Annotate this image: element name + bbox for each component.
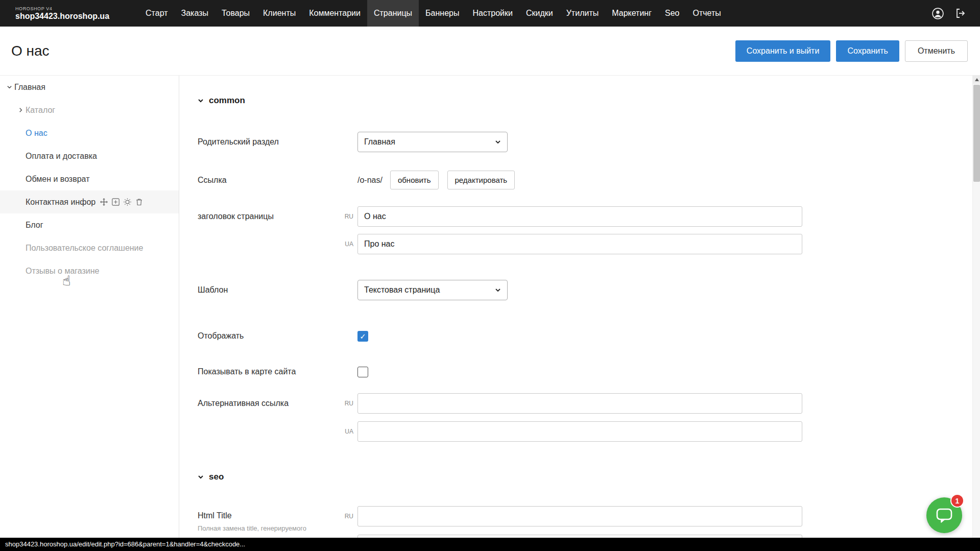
chevron-down-icon[interactable] (4, 84, 14, 90)
trash-icon[interactable] (135, 198, 143, 206)
sidebar-item-label: Отзывы о магазине (26, 267, 100, 276)
lang-ru-badge: RU (340, 213, 353, 220)
logout-icon[interactable] (954, 7, 967, 19)
topnav-item-utilities[interactable]: Утилиты (560, 0, 606, 27)
chevron-down-icon (495, 287, 501, 293)
chevron-down-icon (198, 474, 204, 480)
select-value: Главная (364, 137, 395, 147)
alt-link-ua-input[interactable] (357, 421, 802, 442)
section-common-toggle[interactable]: common (198, 95, 980, 106)
template-label: Шаблон (198, 280, 357, 300)
html-title-label: Html Title (198, 511, 340, 520)
sitemap-checkbox[interactable] (357, 367, 368, 377)
refresh-link-button[interactable]: обновить (390, 171, 439, 189)
page-title-ua-input[interactable] (357, 234, 802, 254)
sidebar-item-label: О нас (26, 129, 47, 138)
row-action-icons (100, 198, 143, 206)
topbar: HOROSHOP V4 shop34423.horoshop.ua Старт … (0, 0, 980, 27)
cancel-button[interactable]: Отменить (905, 40, 968, 62)
sidebar-item-label: Оплата и доставка (26, 152, 97, 161)
html-title-hint: Полная замена title, генерируемого (198, 524, 340, 532)
brand-version: HOROSHOP V4 (15, 6, 109, 11)
lang-ru-badge: RU (340, 513, 353, 520)
status-url: shop34423.horoshop.ua/edit/edit.php?id=6… (5, 540, 245, 548)
page-title-label: заголовок страницы (198, 206, 340, 227)
html-title-ru-input[interactable] (357, 506, 802, 526)
move-icon[interactable] (100, 198, 108, 206)
sidebar-item-about[interactable]: О нас (0, 122, 179, 145)
topnav-item-banners[interactable]: Баннеры (419, 0, 466, 27)
sidebar-item-user-agreement[interactable]: Пользовательское соглашение (0, 236, 179, 259)
top-navigation: Старт Заказы Товары Клиенты Комментарии … (139, 0, 931, 27)
vertical-scrollbar[interactable] (972, 76, 980, 551)
sidebar-item-label: Блог (26, 221, 43, 230)
add-page-icon[interactable] (112, 198, 119, 206)
body: Главная Каталог О нас Оплата и доставка … (0, 76, 980, 551)
alt-link-ru-input[interactable] (357, 393, 802, 414)
template-select[interactable]: Текстовая страница (357, 280, 508, 300)
topnav-item-products[interactable]: Товары (215, 0, 256, 27)
pages-tree-sidebar: Главная Каталог О нас Оплата и доставка … (0, 76, 179, 551)
sidebar-item-label: Главная (14, 83, 45, 92)
topnav-item-orders[interactable]: Заказы (175, 0, 215, 27)
sidebar-item-label: Контактная инфор (26, 198, 95, 207)
sidebar-item-payment-delivery[interactable]: Оплата и доставка (0, 145, 179, 167)
header-actions: Сохранить и выйти Сохранить Отменить (735, 40, 968, 62)
browser-status-bar: shop34423.horoshop.ua/edit/edit.php?id=6… (0, 538, 980, 551)
user-account-icon[interactable] (931, 7, 944, 20)
edit-link-button[interactable]: редактировать (447, 171, 515, 189)
save-and-exit-button[interactable]: Сохранить и выйти (735, 40, 831, 62)
chat-bubble-icon (935, 507, 953, 524)
sidebar-item-contact-info[interactable]: Контактная инфор (0, 190, 179, 213)
page-header: О нас Сохранить и выйти Сохранить Отмени… (0, 27, 980, 76)
brand[interactable]: HOROSHOP V4 shop34423.horoshop.ua (15, 0, 109, 27)
sidebar-item-label: Пользовательское соглашение (26, 244, 143, 253)
chat-launcher-button[interactable]: 1 (926, 497, 962, 533)
sidebar-item-home[interactable]: Главная (0, 76, 179, 99)
save-button[interactable]: Сохранить (836, 40, 899, 62)
page-edit-form: common Родительский раздел Главная Ссылк… (179, 76, 980, 551)
parent-section-select[interactable]: Главная (357, 132, 508, 152)
display-label: Отображать (198, 326, 357, 346)
sidebar-item-catalog[interactable]: Каталог (0, 99, 179, 122)
gear-icon[interactable] (124, 198, 131, 206)
lang-ua-badge: UA (340, 428, 353, 435)
topnav-item-pages[interactable]: Страницы (367, 0, 419, 27)
scroll-up-arrow[interactable] (973, 76, 980, 84)
topnav-item-marketing[interactable]: Маркетинг (605, 0, 658, 27)
chevron-down-icon (198, 98, 204, 104)
select-value: Текстовая страница (364, 285, 440, 295)
chevron-right-icon[interactable] (15, 107, 26, 113)
link-label: Ссылка (198, 171, 357, 189)
topbar-icons (931, 0, 967, 27)
section-seo-toggle[interactable]: seo (198, 471, 980, 483)
topnav-item-discounts[interactable]: Скидки (519, 0, 560, 27)
chevron-down-icon (495, 139, 501, 145)
topnav-item-seo[interactable]: Seo (658, 0, 686, 27)
page-title-ru-input[interactable] (357, 206, 802, 227)
topnav-item-settings[interactable]: Настройки (466, 0, 519, 27)
topnav-item-reports[interactable]: Отчеты (686, 0, 728, 27)
sidebar-item-label: Каталог (26, 106, 55, 115)
topnav-item-clients[interactable]: Клиенты (256, 0, 302, 27)
sidebar-item-store-reviews[interactable]: Отзывы о магазине (0, 259, 179, 282)
sidebar-item-exchange-return[interactable]: Обмен и возврат (0, 167, 179, 190)
alt-link-label: Альтернативная ссылка (198, 393, 340, 414)
link-path: /o-nas/ (357, 171, 383, 189)
brand-domain: shop34423.horoshop.ua (15, 12, 109, 21)
sidebar-item-label: Обмен и возврат (26, 175, 89, 184)
scrollbar-thumb[interactable] (973, 85, 980, 182)
parent-section-label: Родительский раздел (198, 132, 357, 152)
topnav-item-comments[interactable]: Комментарии (302, 0, 367, 27)
sidebar-item-blog[interactable]: Блог (0, 213, 179, 236)
section-title: seo (209, 472, 224, 482)
page-title: О нас (11, 43, 50, 59)
section-title: common (209, 95, 245, 106)
html-title-label-block: Html Title Полная замена title, генериру… (198, 506, 340, 532)
lang-ua-badge: UA (340, 241, 353, 248)
sitemap-label: Показывать в карте сайта (198, 362, 357, 382)
lang-ru-badge: RU (340, 400, 353, 407)
topnav-item-start[interactable]: Старт (139, 0, 174, 27)
display-checkbox[interactable] (357, 331, 368, 342)
chat-unread-badge: 1 (950, 494, 964, 508)
